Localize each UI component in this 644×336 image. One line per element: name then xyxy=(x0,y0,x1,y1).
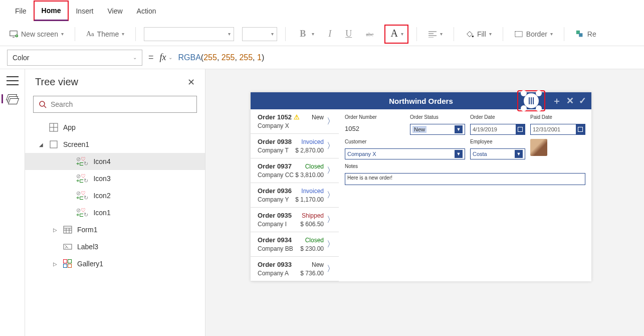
icon-node-icon: ⊘♡ +⊏↻ xyxy=(76,174,88,183)
fill-button[interactable]: Fill▾ xyxy=(462,28,495,41)
order-gallery[interactable]: Order 1052 ⚠ New Company X 〉 Order 0938 … xyxy=(251,109,339,281)
label-icon xyxy=(63,242,72,251)
menu-home[interactable]: Home xyxy=(34,1,69,21)
input-order-date[interactable]: 4/19/2019 xyxy=(470,124,525,135)
border-icon xyxy=(514,30,523,39)
sync-reload-icon xyxy=(524,93,539,108)
chevron-right-icon: 〉 xyxy=(327,165,335,176)
svg-rect-5 xyxy=(579,33,582,37)
app-preview: Northwind Orders ＋ ✕ ✓ Order 1 xyxy=(251,92,591,281)
tree-node-form1[interactable]: ▷ Form1 xyxy=(25,221,205,238)
svg-rect-8 xyxy=(50,141,57,148)
theme-button[interactable]: Aa Theme ▾ xyxy=(83,28,127,40)
italic-button[interactable]: I xyxy=(325,29,334,39)
tree-node-icon4[interactable]: ⊘♡ +⊏↻ Icon4 xyxy=(25,153,205,170)
tree-node-label3[interactable]: Label3 xyxy=(25,238,205,255)
tree-node-screen1[interactable]: ◢ Screen1 xyxy=(25,136,205,153)
border-button[interactable]: Border▾ xyxy=(511,28,556,41)
chevron-down-icon: ▼ xyxy=(455,150,463,158)
tree-node-icon1[interactable]: ⊘♡ +⊏↻ Icon1 xyxy=(25,204,205,221)
select-customer[interactable]: Company X ▼ xyxy=(345,148,465,159)
chevron-down-icon: ▾ xyxy=(122,31,124,37)
order-list-item[interactable]: Order 0937 Closed Company CC $ 3,810.00 … xyxy=(251,158,339,183)
label-notes: Notes xyxy=(345,163,585,169)
icon-node-icon: ⊘♡ +⊏↻ xyxy=(76,157,88,166)
label-order-date: Order Date xyxy=(470,114,525,120)
app-title: Northwind Orders xyxy=(389,97,453,105)
svg-rect-10 xyxy=(64,244,72,249)
order-list-item[interactable]: Order 0938 Invoiced Company T $ 2,870.00… xyxy=(251,134,339,158)
select-employee[interactable]: Costa ▼ xyxy=(470,148,525,159)
new-screen-button[interactable]: New screen ▾ xyxy=(6,28,67,41)
fx-button[interactable]: fx ⌄ xyxy=(160,52,172,63)
close-icon[interactable]: ✕ xyxy=(187,77,195,88)
caret-right-icon: ▷ xyxy=(53,261,58,267)
chevron-right-icon: 〉 xyxy=(327,116,335,127)
order-list-item[interactable]: Order 0934 Closed Company BB $ 230.00 〉 xyxy=(251,232,339,257)
search-input[interactable] xyxy=(51,100,191,108)
order-list-item[interactable]: Order 0936 Invoiced Company Y $ 1,170.00… xyxy=(251,183,339,208)
tree-node-icon3[interactable]: ⊘♡ +⊏↻ Icon3 xyxy=(25,170,205,187)
order-list-item[interactable]: Order 1052 ⚠ New Company X 〉 xyxy=(251,109,339,134)
label-paid-date: Paid Date xyxy=(530,114,585,120)
label-customer: Customer xyxy=(345,139,465,144)
value-order-number: 1052 xyxy=(345,124,405,135)
theme-icon: Aa xyxy=(86,30,94,38)
equals-sign: = xyxy=(148,52,154,63)
cancel-icon[interactable]: ✕ xyxy=(566,95,574,106)
font-color-button[interactable]: A▾ xyxy=(384,25,408,44)
search-icon xyxy=(39,100,47,108)
input-paid-date[interactable]: 12/31/2001 xyxy=(530,124,585,135)
icon-node-icon: ⊘♡ +⊏↻ xyxy=(76,208,88,217)
svg-point-2 xyxy=(472,35,474,37)
menu-file[interactable]: File xyxy=(8,2,34,20)
tree-view-rail-button[interactable] xyxy=(2,94,18,103)
strikethrough-button[interactable]: abc xyxy=(363,31,376,37)
paint-bucket-icon xyxy=(465,30,474,39)
add-icon[interactable]: ＋ xyxy=(552,95,561,107)
reorder-icon xyxy=(575,30,584,39)
canvas[interactable]: Northwind Orders ＋ ✕ ✓ Order 1 xyxy=(205,69,644,336)
label-order-status: Order Status xyxy=(410,114,465,120)
screen-node-icon xyxy=(49,140,58,149)
tree-node-gallery1[interactable]: ▷ Gallery1 xyxy=(25,255,205,272)
menu-insert[interactable]: Insert xyxy=(69,2,100,20)
accept-icon[interactable]: ✓ xyxy=(579,95,586,106)
employee-photo xyxy=(530,139,547,156)
align-icon xyxy=(428,31,437,38)
icon-node-icon: ⊘♡ +⊏↻ xyxy=(76,191,88,200)
highlighted-sync-icon[interactable] xyxy=(517,90,545,111)
calendar-icon xyxy=(576,124,585,134)
font-family-select[interactable]: ▾ xyxy=(144,27,234,41)
reorder-button[interactable]: Re xyxy=(572,28,599,41)
svg-rect-3 xyxy=(515,31,522,37)
chevron-right-icon: 〉 xyxy=(327,141,335,151)
underline-button[interactable]: U xyxy=(342,29,355,39)
bold-button[interactable]: B▾ xyxy=(294,27,317,41)
screen-icon xyxy=(9,30,18,39)
formula-input[interactable]: RGBA(255, 255, 255, 1) xyxy=(178,53,265,62)
tree-search[interactable] xyxy=(33,96,197,113)
chevron-right-icon: 〉 xyxy=(327,264,335,274)
menu-action[interactable]: Action xyxy=(130,2,163,20)
order-list-item[interactable]: Order 0935 Shipped Company I $ 606.50 〉 xyxy=(251,208,339,232)
tree-node-icon2[interactable]: ⊘♡ +⊏↻ Icon2 xyxy=(25,187,205,204)
tree-node-app[interactable]: App xyxy=(25,119,205,136)
order-list-item[interactable]: Order 0933 New Company A $ 736.00 〉 xyxy=(251,257,339,281)
menu-view[interactable]: View xyxy=(100,2,129,20)
chevron-down-icon: ⌄ xyxy=(133,55,137,60)
align-button[interactable]: ▾ xyxy=(425,29,446,40)
input-notes[interactable]: Here is a new order! xyxy=(345,173,585,185)
property-select[interactable]: Color ⌄ xyxy=(7,50,142,66)
caret-down-icon: ◢ xyxy=(39,142,44,147)
form-icon xyxy=(63,225,72,234)
font-size-select[interactable]: ▾ xyxy=(242,27,277,41)
chevron-down-icon: ⌄ xyxy=(168,55,172,60)
chevron-down-icon: ▼ xyxy=(515,150,523,158)
svg-rect-9 xyxy=(64,226,72,233)
select-order-status[interactable]: New ▼ xyxy=(410,124,465,135)
hamburger-icon[interactable] xyxy=(7,76,19,85)
order-form: Order Number Order Status Order Date Pai… xyxy=(339,109,591,281)
chevron-right-icon: 〉 xyxy=(327,239,335,250)
app-header: Northwind Orders ＋ ✕ ✓ xyxy=(251,92,591,109)
